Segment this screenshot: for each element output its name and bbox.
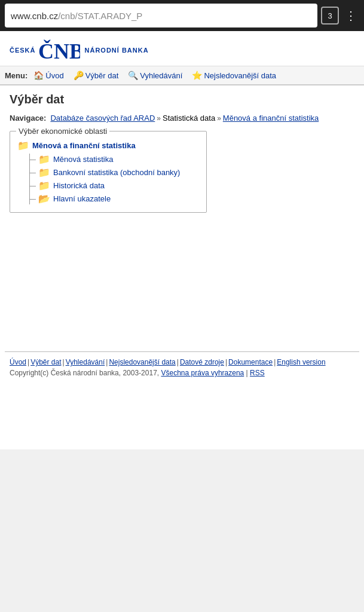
footer-sep-1: | bbox=[27, 358, 29, 366]
folder-yellow-icon-2 bbox=[38, 167, 50, 178]
tree-root-link[interactable]: Měnová a finanční statistika bbox=[32, 141, 136, 150]
content-spacer bbox=[0, 232, 364, 351]
tree-child-link-1[interactable]: Měnová statistika bbox=[53, 155, 113, 164]
footer-link-datove-zdroje[interactable]: Datové zdroje bbox=[180, 358, 224, 366]
footer-sep-4: | bbox=[177, 358, 179, 366]
folder-yellow-icon-root bbox=[17, 140, 29, 151]
footer-link-dokumentace[interactable]: Dokumentace bbox=[228, 358, 273, 366]
tree-child-menova-statistika: Měnová statistika bbox=[38, 154, 199, 165]
folder-yellow-icon-1 bbox=[38, 154, 50, 165]
tab-count-button[interactable]: 3 bbox=[321, 7, 339, 25]
nav-item-vyber-dat[interactable]: 🔑 Výběr dat bbox=[70, 69, 123, 82]
main-content: Výběr dat Navigace: Databáze časových řa… bbox=[0, 85, 364, 232]
breadcrumb: Navigace: Databáze časových řad ARAD » S… bbox=[10, 114, 354, 123]
breadcrumb-link-arad[interactable]: Databáze časových řad ARAD bbox=[50, 114, 155, 123]
nav-menu-label: Menu: bbox=[5, 71, 27, 80]
nav-item-nejsledovanejsi[interactable]: ⭐ Nejsledovanější data bbox=[188, 69, 280, 82]
tree-child-historicka-data: Historická data bbox=[38, 180, 199, 191]
tree-child-bankovni-statistika: Bankovní statistika (obchodní banky) bbox=[38, 167, 199, 178]
tree-child-hlavni-ukazatele: Hlavní ukazatele bbox=[38, 193, 199, 204]
logo-cnb-text: ČNB bbox=[38, 38, 80, 62]
footer-sep-5: | bbox=[225, 358, 227, 366]
nav-vyhledavani-label: Vyhledávání bbox=[140, 71, 182, 80]
footer-link-uvod[interactable]: Úvod bbox=[10, 358, 26, 366]
star-icon: ⭐ bbox=[192, 71, 202, 80]
breadcrumb-sep-1: » bbox=[157, 114, 161, 123]
nav-uvod-label: Úvod bbox=[45, 71, 63, 80]
address-domain: www.cnb.cz bbox=[11, 11, 58, 21]
footer-sep-6: | bbox=[274, 358, 276, 366]
folder-blue-icon-4 bbox=[38, 193, 50, 204]
nav-nejsledovanejsi-label: Nejsledovanější data bbox=[204, 71, 276, 80]
tree-child-link-4[interactable]: Hlavní ukazatele bbox=[53, 194, 111, 203]
browser-menu-button[interactable]: ⋮ bbox=[342, 8, 359, 23]
nav-vyber-label: Výběr dat bbox=[85, 71, 119, 80]
key-icon: 🔑 bbox=[74, 71, 84, 80]
nav-item-vyhledavani[interactable]: 🔍 Vyhledávání bbox=[124, 69, 186, 82]
footer-link-english-version[interactable]: English version bbox=[277, 358, 325, 366]
tree-box: Výběr ekonomické oblasti Měnová a finanč… bbox=[10, 131, 207, 213]
nav-menu: Menu: 🏠 Úvod 🔑 Výběr dat 🔍 Vyhledávání ⭐… bbox=[0, 66, 364, 85]
copyright-text: Copyright(c) Česká národní banka, 2003-2… bbox=[10, 369, 159, 377]
breadcrumb-label: Navigace: bbox=[10, 114, 46, 123]
footer-link-vyhledavani[interactable]: Vyhledávání bbox=[66, 358, 105, 366]
footer-links: Úvod | Výběr dat | Vyhledávání | Nejsled… bbox=[10, 358, 354, 366]
footer-sep-3: | bbox=[106, 358, 108, 366]
page-title: Výběr dat bbox=[10, 93, 354, 106]
search-nav-icon: 🔍 bbox=[128, 71, 138, 80]
breadcrumb-link-menova[interactable]: Měnová a finanční statistika bbox=[223, 114, 319, 123]
footer-rss[interactable]: RSS bbox=[250, 369, 265, 377]
svg-text:ČNB: ČNB bbox=[38, 39, 80, 62]
browser-toolbar: www.cnb.cz/cnb/STAT.ARADY_P 3 ⋮ bbox=[0, 0, 364, 31]
logo-ceska-text: ČESKÁ bbox=[10, 47, 36, 54]
logo-area: ČESKÁ ČNB NÁRODNÍ BANKA bbox=[10, 38, 354, 62]
folder-yellow-icon-3 bbox=[38, 180, 50, 191]
nav-item-uvod[interactable]: 🏠 Úvod bbox=[30, 69, 67, 82]
tree-child-link-3[interactable]: Historická data bbox=[53, 181, 105, 190]
page-content: ČESKÁ ČNB NÁRODNÍ BANKA Menu: 🏠 Úvod 🔑 V… bbox=[0, 31, 364, 449]
tree-box-title: Výběr ekonomické oblasti bbox=[16, 127, 109, 136]
footer-vsechna-prava[interactable]: Všechna práva vyhrazena bbox=[161, 369, 244, 377]
site-header: ČESKÁ ČNB NÁRODNÍ BANKA bbox=[0, 31, 364, 66]
logo-narodni-text: NÁRODNÍ BANKA bbox=[85, 47, 149, 54]
tree-children: Měnová statistika Bankovní statistika (o… bbox=[29, 154, 199, 204]
footer-link-vyber-dat[interactable]: Výběr dat bbox=[30, 358, 61, 366]
footer-copyright: Copyright(c) Česká národní banka, 2003-2… bbox=[10, 369, 354, 377]
footer-link-nejsledovanejsi[interactable]: Nejsledovanější data bbox=[109, 358, 175, 366]
site-footer: Úvod | Výběr dat | Vyhledávání | Nejsled… bbox=[0, 352, 364, 383]
breadcrumb-statisticka: Statistická data bbox=[163, 114, 215, 123]
tree-root-item: Měnová a finanční statistika bbox=[17, 140, 199, 151]
address-path: /cnb/STAT.ARADY_P bbox=[58, 11, 142, 21]
address-bar[interactable]: www.cnb.cz/cnb/STAT.ARADY_P bbox=[5, 4, 317, 27]
breadcrumb-sep-2: » bbox=[217, 114, 221, 123]
tree-child-link-2[interactable]: Bankovní statistika (obchodní banky) bbox=[53, 168, 180, 177]
home-icon: 🏠 bbox=[33, 71, 44, 80]
footer-sep-2: | bbox=[63, 358, 65, 366]
cnb-logo-svg: ČNB bbox=[38, 38, 80, 62]
